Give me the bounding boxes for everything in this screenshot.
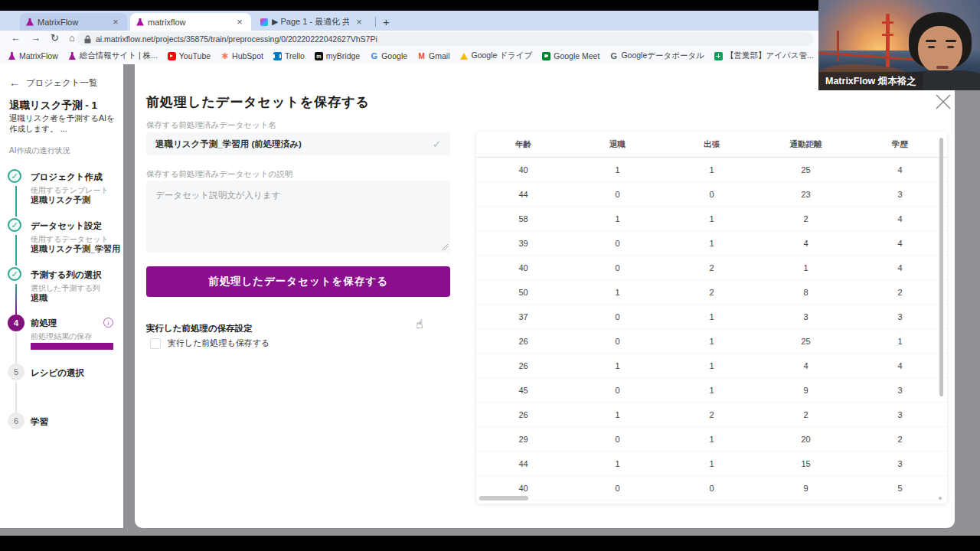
- close-icon[interactable]: [933, 91, 954, 112]
- column-header: 通勤距離: [759, 139, 853, 150]
- bookmark-label: Google: [381, 51, 407, 60]
- table-cell: 2: [665, 263, 759, 272]
- table-row: 400214: [476, 256, 947, 280]
- horizontal-scrollbar[interactable]: [479, 496, 528, 500]
- forward-icon[interactable]: →: [31, 32, 41, 44]
- bookmark-item[interactable]: 総合情報サイト | 株...: [68, 51, 158, 61]
- scrollbar-end-dot: [939, 497, 942, 500]
- table-row: 450193: [476, 378, 947, 403]
- info-icon[interactable]: [103, 318, 113, 328]
- tab-title: ▶ Page 1 - 最適化 共有用 修: [272, 16, 349, 28]
- table-cell: 0: [570, 312, 665, 321]
- bookmark-item[interactable]: Google: [370, 51, 407, 60]
- browser-tab-matrixflow-active[interactable]: matrixflow ×: [130, 13, 251, 31]
- dataset-name-input[interactable]: 退職リスク予測_学習用 (前処理済み) ✓: [146, 132, 450, 155]
- participant-name-bar: MatrixFlow 畑本裕之: [818, 72, 923, 90]
- table-cell: 25: [759, 337, 853, 346]
- bookmark-label: MatrixFlow: [19, 51, 58, 60]
- table-cell: 5: [853, 484, 947, 493]
- table-cell: 2: [853, 435, 947, 444]
- step-2-subvalue: 退職リスク予測_学習用: [31, 243, 120, 255]
- project-title: 退職リスク予測 - 1: [9, 99, 97, 112]
- table-cell: 4: [759, 239, 853, 248]
- vertical-scrollbar[interactable]: [939, 138, 943, 396]
- bookmark-item[interactable]: HubSpot: [220, 51, 263, 60]
- table-cell: 2: [665, 288, 759, 297]
- table-cell: 1: [665, 214, 759, 223]
- table-cell: 9: [759, 484, 853, 493]
- step-2-title[interactable]: データセット設定: [31, 220, 102, 232]
- new-tab-button[interactable]: +: [383, 15, 390, 28]
- bookmark-item[interactable]: Trello: [273, 51, 305, 60]
- bookmark-item[interactable]: MatrixFlow: [8, 51, 58, 60]
- bookmark-item[interactable]: Google Meet: [542, 51, 599, 60]
- project-sidebar: ← プロジェクト一覧 退職リスク予測 - 1 退職リスク者を予測するAIを作成し…: [0, 64, 123, 528]
- bookmark-label: Google ドライブ: [471, 51, 532, 61]
- resize-handle-icon[interactable]: [442, 244, 448, 250]
- bookmark-label: HubSpot: [232, 51, 263, 60]
- back-icon[interactable]: ←: [11, 32, 21, 44]
- step-6-title[interactable]: 学習: [31, 416, 48, 428]
- table-cell: 3: [853, 459, 947, 468]
- step-5-title[interactable]: レシピの選択: [31, 367, 84, 379]
- youtube-icon: [168, 52, 176, 60]
- table-cell: 26: [476, 410, 570, 419]
- valid-check-icon: ✓: [433, 139, 441, 150]
- home-icon[interactable]: ⌂: [69, 32, 75, 44]
- table-cell: 26: [476, 361, 570, 370]
- hubspot-icon: [220, 52, 229, 60]
- table-cell: 0: [570, 435, 665, 444]
- back-to-projects-link[interactable]: ← プロジェクト一覧: [9, 77, 98, 89]
- address-bar[interactable]: ai.matrixflow.net/projects/35875/train/p…: [77, 32, 813, 46]
- person-mouth: [936, 66, 949, 69]
- column-header: 出張: [665, 139, 759, 150]
- person-eyebrow: [926, 40, 936, 42]
- bookmark-item[interactable]: YouTube: [168, 51, 211, 60]
- step-4-title[interactable]: 前処理: [31, 318, 57, 329]
- step-3-subvalue: 退職: [31, 292, 47, 304]
- table-cell: 40: [476, 263, 570, 272]
- hand-cursor-icon: ☝: [416, 317, 423, 331]
- tab-close-icon[interactable]: ×: [354, 17, 364, 27]
- tab-close-icon[interactable]: ×: [110, 17, 121, 27]
- table-cell: 1: [665, 361, 759, 370]
- table-cell: 1: [570, 459, 665, 468]
- bookmark-item[interactable]: Googleデータポータル: [609, 51, 704, 61]
- table-cell: 4: [853, 239, 947, 248]
- table-cell: 44: [476, 459, 570, 468]
- dataset-preview-table: 年齢退職出張通勤距離学歴 401125444002335811243901444…: [476, 132, 947, 504]
- browser-tab-matrixflow[interactable]: MatrixFlow ×: [20, 13, 127, 31]
- bookmark-label: Googleデータポータル: [621, 51, 704, 61]
- save-preprocess-checkbox-row[interactable]: 実行した前処理も保存する: [150, 337, 270, 349]
- table-cell: 4: [759, 361, 853, 370]
- back-arrow-icon: ←: [9, 77, 20, 89]
- table-cell: 2: [853, 288, 947, 297]
- table-cell: 0: [570, 263, 665, 272]
- step-2-check-icon: [8, 218, 21, 232]
- bookmark-item[interactable]: Google ドライブ: [459, 51, 532, 61]
- step-1-title[interactable]: プロジェクト作成: [31, 171, 103, 183]
- step-3-title[interactable]: 予測する列の選択: [31, 269, 102, 281]
- checkbox[interactable]: [150, 338, 161, 349]
- bookmark-item[interactable]: myBridge: [315, 51, 360, 60]
- save-dataset-button[interactable]: 前処理したデータセットを保存する: [146, 266, 450, 297]
- table-row: 2601251: [476, 329, 947, 354]
- browser-tab-page1[interactable]: ▶ Page 1 - 最適化 共有用 修 ×: [254, 13, 371, 31]
- dataset-description-textarea[interactable]: データセット説明文が入ります: [146, 181, 450, 253]
- webcam-overlay: MatrixFlow 畑本裕之: [818, 0, 980, 90]
- bookmark-item[interactable]: Gmail: [417, 51, 449, 60]
- bookmark-label: 【営業部】アイパス管...: [726, 51, 814, 61]
- table-cell: 4: [853, 165, 947, 174]
- table-cell: 1: [570, 165, 665, 174]
- dataset-name-value: 退職リスク予測_学習用 (前処理済み): [155, 139, 433, 150]
- table-row: 4400233: [476, 182, 947, 207]
- bookmark-label: Trello: [285, 51, 305, 60]
- reload-icon[interactable]: ↻: [51, 32, 59, 44]
- dialog-title: 前処理したデータセットを保存する: [146, 93, 370, 111]
- table-cell: 1: [665, 386, 759, 395]
- step-connector: [15, 333, 17, 364]
- tab-close-icon[interactable]: ×: [234, 17, 245, 27]
- dataset-desc-label: 保存する前処理済みデータセットの説明: [146, 169, 292, 180]
- table-body: 4011254440023358112439014440021450128237…: [476, 158, 947, 500]
- bookmark-item[interactable]: 【営業部】アイパス管...: [714, 51, 814, 61]
